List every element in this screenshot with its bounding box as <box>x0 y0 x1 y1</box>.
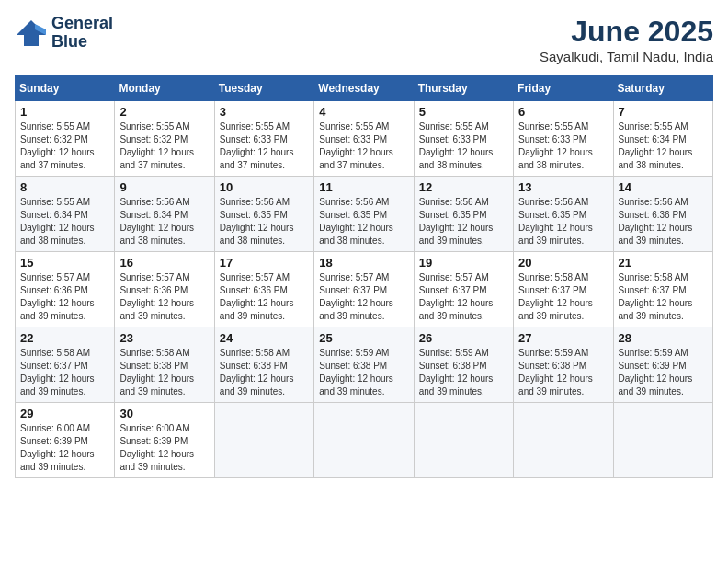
day-number: 20 <box>518 256 608 270</box>
day-number: 22 <box>20 331 109 345</box>
svg-marker-1 <box>17 20 46 46</box>
col-thursday: Thursday <box>414 76 513 101</box>
calendar-cell: 21Sunrise: 5:58 AMSunset: 6:37 PMDayligh… <box>613 252 712 327</box>
calendar-cell: 7Sunrise: 5:55 AMSunset: 6:34 PMDaylight… <box>613 101 712 177</box>
calendar-cell: 30Sunrise: 6:00 AMSunset: 6:39 PMDayligh… <box>115 403 214 478</box>
calendar-cell <box>514 403 613 478</box>
day-info: Sunrise: 5:55 AMSunset: 6:32 PMDaylight:… <box>119 121 209 172</box>
calendar-header: Sunday Monday Tuesday Wednesday Thursday… <box>16 76 713 101</box>
day-number: 3 <box>220 105 309 119</box>
day-info: Sunrise: 5:55 AMSunset: 6:34 PMDaylight:… <box>20 196 109 247</box>
day-number: 28 <box>619 331 708 345</box>
calendar-cell: 16Sunrise: 5:57 AMSunset: 6:36 PMDayligh… <box>115 252 214 327</box>
col-saturday: Saturday <box>613 76 712 101</box>
calendar-cell: 20Sunrise: 5:58 AMSunset: 6:37 PMDayligh… <box>514 252 613 327</box>
day-info: Sunrise: 5:58 AMSunset: 6:38 PMDaylight:… <box>119 347 209 398</box>
calendar-cell: 15Sunrise: 5:57 AMSunset: 6:36 PMDayligh… <box>16 252 115 327</box>
calendar-cell: 11Sunrise: 5:56 AMSunset: 6:35 PMDayligh… <box>314 177 414 252</box>
day-info: Sunrise: 5:55 AMSunset: 6:33 PMDaylight:… <box>518 121 608 172</box>
day-info: Sunrise: 5:55 AMSunset: 6:33 PMDaylight:… <box>319 121 408 172</box>
day-number: 17 <box>220 256 309 270</box>
day-info: Sunrise: 5:56 AMSunset: 6:35 PMDaylight:… <box>319 196 408 247</box>
title-block: June 2025 Sayalkudi, Tamil Nadu, India <box>540 15 713 64</box>
day-number: 14 <box>619 180 708 194</box>
day-info: Sunrise: 5:59 AMSunset: 6:38 PMDaylight:… <box>319 347 408 398</box>
day-info: Sunrise: 5:56 AMSunset: 6:35 PMDaylight:… <box>419 196 508 247</box>
calendar-cell: 12Sunrise: 5:56 AMSunset: 6:35 PMDayligh… <box>414 177 513 252</box>
day-info: Sunrise: 5:56 AMSunset: 6:36 PMDaylight:… <box>619 196 708 247</box>
day-number: 21 <box>619 256 708 270</box>
day-number: 7 <box>619 105 708 119</box>
day-info: Sunrise: 5:55 AMSunset: 6:32 PMDaylight:… <box>20 121 109 172</box>
calendar-cell: 9Sunrise: 5:56 AMSunset: 6:34 PMDaylight… <box>115 177 214 252</box>
day-number: 27 <box>518 331 608 345</box>
day-info: Sunrise: 5:59 AMSunset: 6:38 PMDaylight:… <box>518 347 608 398</box>
day-number: 4 <box>319 105 408 119</box>
logo-text: General Blue <box>51 15 113 52</box>
day-number: 18 <box>319 256 408 270</box>
day-info: Sunrise: 6:00 AMSunset: 6:39 PMDaylight:… <box>119 422 209 474</box>
calendar-body: 1Sunrise: 5:55 AMSunset: 6:32 PMDaylight… <box>16 101 713 478</box>
day-number: 25 <box>319 331 408 345</box>
day-number: 24 <box>220 331 309 345</box>
calendar-cell: 28Sunrise: 5:59 AMSunset: 6:39 PMDayligh… <box>613 327 712 403</box>
day-info: Sunrise: 5:58 AMSunset: 6:37 PMDaylight:… <box>518 271 608 323</box>
calendar-cell: 2Sunrise: 5:55 AMSunset: 6:32 PMDaylight… <box>115 101 214 177</box>
calendar-cell: 10Sunrise: 5:56 AMSunset: 6:35 PMDayligh… <box>214 177 313 252</box>
day-number: 9 <box>119 180 209 194</box>
day-number: 12 <box>419 180 508 194</box>
day-number: 6 <box>518 105 608 119</box>
col-monday: Monday <box>115 76 214 101</box>
col-sunday: Sunday <box>16 76 115 101</box>
day-info: Sunrise: 5:59 AMSunset: 6:39 PMDaylight:… <box>619 347 708 398</box>
day-info: Sunrise: 5:55 AMSunset: 6:34 PMDaylight:… <box>619 121 708 172</box>
calendar-cell: 19Sunrise: 5:57 AMSunset: 6:37 PMDayligh… <box>414 252 513 327</box>
day-info: Sunrise: 5:56 AMSunset: 6:34 PMDaylight:… <box>119 196 209 247</box>
calendar-cell: 22Sunrise: 5:58 AMSunset: 6:37 PMDayligh… <box>16 327 115 403</box>
calendar-cell: 18Sunrise: 5:57 AMSunset: 6:37 PMDayligh… <box>314 252 414 327</box>
day-info: Sunrise: 5:58 AMSunset: 6:38 PMDaylight:… <box>220 347 309 398</box>
table-row: 1Sunrise: 5:55 AMSunset: 6:32 PMDaylight… <box>16 101 713 177</box>
calendar-cell: 26Sunrise: 5:59 AMSunset: 6:38 PMDayligh… <box>414 327 513 403</box>
calendar-cell: 3Sunrise: 5:55 AMSunset: 6:33 PMDaylight… <box>214 101 313 177</box>
col-wednesday: Wednesday <box>314 76 414 101</box>
calendar-cell <box>314 403 414 478</box>
day-number: 15 <box>20 256 109 270</box>
day-info: Sunrise: 5:55 AMSunset: 6:33 PMDaylight:… <box>220 121 309 172</box>
logo: General Blue <box>15 15 113 52</box>
day-number: 29 <box>20 407 109 420</box>
day-info: Sunrise: 5:56 AMSunset: 6:35 PMDaylight:… <box>220 196 309 247</box>
day-info: Sunrise: 5:59 AMSunset: 6:38 PMDaylight:… <box>419 347 508 398</box>
calendar-cell: 27Sunrise: 5:59 AMSunset: 6:38 PMDayligh… <box>514 327 613 403</box>
calendar-cell: 14Sunrise: 5:56 AMSunset: 6:36 PMDayligh… <box>613 177 712 252</box>
day-info: Sunrise: 5:56 AMSunset: 6:35 PMDaylight:… <box>518 196 608 247</box>
day-number: 13 <box>518 180 608 194</box>
calendar-cell: 8Sunrise: 5:55 AMSunset: 6:34 PMDaylight… <box>16 177 115 252</box>
calendar-cell: 29Sunrise: 6:00 AMSunset: 6:39 PMDayligh… <box>16 403 115 478</box>
day-info: Sunrise: 5:55 AMSunset: 6:33 PMDaylight:… <box>419 121 508 172</box>
day-info: Sunrise: 6:00 AMSunset: 6:39 PMDaylight:… <box>20 422 109 474</box>
day-number: 30 <box>119 407 209 420</box>
calendar-cell: 1Sunrise: 5:55 AMSunset: 6:32 PMDaylight… <box>16 101 115 177</box>
col-tuesday: Tuesday <box>214 76 313 101</box>
header: General Blue June 2025 Sayalkudi, Tamil … <box>15 15 713 64</box>
day-number: 1 <box>20 105 109 119</box>
calendar-cell: 4Sunrise: 5:55 AMSunset: 6:33 PMDaylight… <box>314 101 414 177</box>
day-number: 11 <box>319 180 408 194</box>
day-number: 8 <box>20 180 109 194</box>
calendar-cell: 17Sunrise: 5:57 AMSunset: 6:36 PMDayligh… <box>214 252 313 327</box>
day-number: 19 <box>419 256 508 270</box>
header-row: Sunday Monday Tuesday Wednesday Thursday… <box>16 76 713 101</box>
day-info: Sunrise: 5:57 AMSunset: 6:37 PMDaylight:… <box>419 271 508 323</box>
calendar-cell <box>414 403 513 478</box>
calendar-cell: 6Sunrise: 5:55 AMSunset: 6:33 PMDaylight… <box>514 101 613 177</box>
table-row: 22Sunrise: 5:58 AMSunset: 6:37 PMDayligh… <box>16 327 713 403</box>
day-number: 2 <box>119 105 209 119</box>
location-title: Sayalkudi, Tamil Nadu, India <box>540 49 713 64</box>
day-info: Sunrise: 5:57 AMSunset: 6:37 PMDaylight:… <box>319 271 408 323</box>
day-number: 10 <box>220 180 309 194</box>
day-info: Sunrise: 5:57 AMSunset: 6:36 PMDaylight:… <box>119 271 209 323</box>
calendar-cell: 25Sunrise: 5:59 AMSunset: 6:38 PMDayligh… <box>314 327 414 403</box>
day-number: 5 <box>419 105 508 119</box>
day-number: 16 <box>119 256 209 270</box>
